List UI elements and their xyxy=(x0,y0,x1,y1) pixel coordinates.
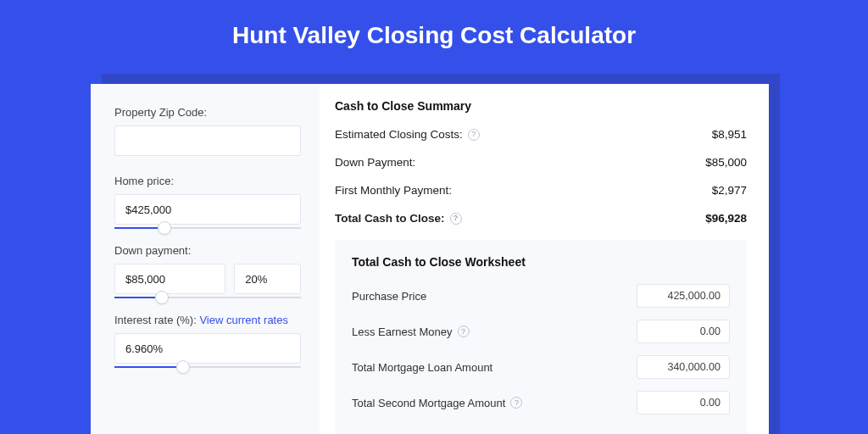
results-panel: Cash to Close Summary Estimated Closing … xyxy=(320,84,769,434)
down-payment-label: Down payment: xyxy=(114,244,301,257)
summary-label-text: First Monthly Payment: xyxy=(335,184,452,197)
zip-field-group: Property Zip Code: xyxy=(114,106,301,159)
interest-rate-field-group: Interest rate (%): View current rates xyxy=(114,314,301,368)
slider-thumb[interactable] xyxy=(158,221,171,235)
worksheet-section: Total Cash to Close Worksheet Purchase P… xyxy=(335,240,747,434)
summary-row-total: Total Cash to Close: ? $96,928 xyxy=(335,212,747,225)
ws-label-text: Purchase Price xyxy=(352,290,426,303)
slider-thumb[interactable] xyxy=(176,360,190,374)
ws-input-second-mortgage[interactable] xyxy=(637,391,730,415)
summary-label-text: Down Payment: xyxy=(335,156,415,169)
ws-input-mortgage-amount[interactable] xyxy=(637,355,730,379)
calculator-card: Property Zip Code: Home price: Down paym… xyxy=(91,84,769,434)
page-title: Hunt Valley Closing Cost Calculator xyxy=(0,0,868,68)
ws-label-text: Total Mortgage Loan Amount xyxy=(352,361,492,374)
summary-label-text: Estimated Closing Costs: xyxy=(335,128,463,141)
summary-row-closing-costs: Estimated Closing Costs: ? $8,951 xyxy=(335,128,747,141)
interest-rate-input[interactable] xyxy=(114,333,301,364)
slider-fill xyxy=(114,366,176,368)
interest-rate-label-text: Interest rate (%): xyxy=(114,314,199,326)
worksheet-row-purchase-price: Purchase Price xyxy=(352,284,730,308)
home-price-label: Home price: xyxy=(114,175,301,187)
worksheet-title: Total Cash to Close Worksheet xyxy=(352,255,730,269)
down-payment-input[interactable] xyxy=(114,264,225,294)
summary-value: $85,000 xyxy=(705,156,747,169)
zip-label: Property Zip Code: xyxy=(114,106,301,119)
down-payment-field-group: Down payment: xyxy=(114,244,301,298)
summary-row-down-payment: Down Payment: $85,000 xyxy=(335,156,747,169)
ws-label-text: Total Second Mortgage Amount xyxy=(352,397,505,409)
help-icon[interactable]: ? xyxy=(510,397,522,409)
home-price-field-group: Home price: xyxy=(114,175,301,229)
ws-label-text: Less Earnest Money xyxy=(352,326,453,338)
input-panel: Property Zip Code: Home price: Down paym… xyxy=(91,84,320,434)
summary-label-text: Total Cash to Close: xyxy=(335,212,445,225)
view-rates-link[interactable]: View current rates xyxy=(199,314,288,326)
help-icon[interactable]: ? xyxy=(450,213,462,225)
ws-input-purchase-price[interactable] xyxy=(637,284,730,308)
summary-row-first-monthly: First Monthly Payment: $2,977 xyxy=(335,184,747,197)
worksheet-row-second-mortgage: Total Second Mortgage Amount ? xyxy=(352,391,730,415)
ws-input-earnest-money[interactable] xyxy=(637,320,730,343)
summary-value: $2,977 xyxy=(712,184,747,197)
zip-input[interactable] xyxy=(114,125,301,156)
home-price-input[interactable] xyxy=(114,194,301,225)
summary-value: $96,928 xyxy=(705,212,747,225)
interest-rate-slider[interactable] xyxy=(114,366,301,368)
down-payment-percent-input[interactable] xyxy=(234,264,301,294)
summary-title: Cash to Close Summary xyxy=(335,99,747,113)
slider-thumb[interactable] xyxy=(155,291,169,304)
down-payment-slider[interactable] xyxy=(114,297,301,298)
worksheet-row-mortgage-amount: Total Mortgage Loan Amount xyxy=(352,355,730,379)
home-price-slider[interactable] xyxy=(114,227,301,229)
slider-fill xyxy=(114,297,155,298)
worksheet-row-earnest-money: Less Earnest Money ? xyxy=(352,320,730,343)
help-icon[interactable]: ? xyxy=(468,129,480,141)
help-icon[interactable]: ? xyxy=(458,326,470,337)
summary-value: $8,951 xyxy=(712,128,747,141)
interest-rate-label: Interest rate (%): View current rates xyxy=(114,314,301,326)
slider-fill xyxy=(114,227,158,229)
